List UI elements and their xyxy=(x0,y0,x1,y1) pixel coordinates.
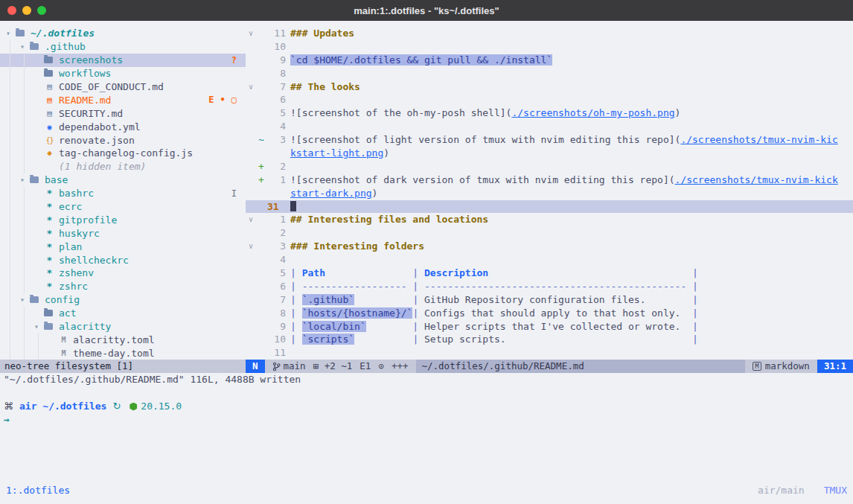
fold-marker xyxy=(246,147,256,160)
editor-line[interactable]: ~3![screenshot of light version of tmux … xyxy=(246,133,853,147)
tree-item[interactable]: ▾alacritty xyxy=(0,320,246,334)
line-number: 2 xyxy=(266,160,286,173)
tree-item[interactable]: Mtheme-day.toml xyxy=(0,346,246,360)
tree-item-label: bashrc xyxy=(59,188,94,199)
text-segment xyxy=(354,334,406,345)
tree-item[interactable]: *ecrc xyxy=(0,200,246,214)
tree-item[interactable]: *zshrc xyxy=(0,280,246,293)
editor-line[interactable]: start-dark.png) xyxy=(246,187,853,200)
editor-line[interactable]: 10| `scripts` | Setup scripts. | xyxy=(246,333,853,346)
tree-item[interactable]: workflows xyxy=(0,67,246,80)
tree-item[interactable]: (1 hidden item) xyxy=(0,160,246,173)
tree-item[interactable]: Malacritty.toml xyxy=(0,333,246,346)
indent-guide xyxy=(10,187,20,200)
editor-line[interactable]: +1![screenshot of dark version of tmux w… xyxy=(246,173,853,187)
editor-line[interactable]: 2 xyxy=(246,226,853,240)
minimize-button[interactable] xyxy=(22,6,31,15)
editor-line[interactable]: 4 xyxy=(246,120,853,133)
fold-marker xyxy=(246,54,256,67)
editor-line[interactable]: ∨7## The looks xyxy=(246,80,853,94)
editor-line[interactable]: +2 xyxy=(246,160,853,173)
text-segment: | xyxy=(290,294,302,305)
tree-item[interactable]: {}renovate.json xyxy=(0,133,246,147)
tmux-window-tab[interactable]: 1:.dotfiles xyxy=(6,485,70,496)
terminal-window: main:1:.dotfiles - "ks~/.dotfiles" ▾~/.d… xyxy=(0,0,853,504)
editor-line[interactable]: kstart-light.png) xyxy=(246,147,853,160)
tree-item[interactable]: act xyxy=(0,307,246,320)
tree-item-label: SECURITY.md xyxy=(59,108,123,119)
branch-icon xyxy=(272,362,281,371)
line-text: start-dark.png) xyxy=(290,187,377,200)
tree-item-label: gitprofile xyxy=(59,214,117,226)
tree-item[interactable]: *zshenv xyxy=(0,267,246,280)
editor-line[interactable]: 11 xyxy=(246,346,853,360)
editor-pane[interactable]: ∨11### Updates109`cd $HOME/.dotfiles && … xyxy=(246,21,853,360)
tree-item[interactable]: *shellcheckrc xyxy=(0,253,246,267)
tree-item[interactable]: *plan xyxy=(0,240,246,253)
text-segment: | xyxy=(686,267,698,278)
text-segment: ) xyxy=(675,107,681,118)
tree-item[interactable]: *huskyrc xyxy=(0,226,246,240)
editor-line[interactable]: ∨1## Interesting files and locations xyxy=(246,213,853,226)
line-text: | `scripts` | Setup scripts. | xyxy=(290,333,698,346)
md-active-icon: ▤ xyxy=(44,95,55,105)
expander-icon: ▾ xyxy=(20,42,30,51)
close-button[interactable] xyxy=(7,6,16,15)
editor-line[interactable]: ∨3### Interesting folders xyxy=(246,240,853,253)
editor-line[interactable]: 5![screenshot of the oh-my-posh shell](.… xyxy=(246,106,853,120)
tree-item-label: act xyxy=(59,307,76,319)
text-segment: | xyxy=(412,307,424,319)
tree-item[interactable]: ▾config xyxy=(0,293,246,307)
editor-line[interactable]: 5| Path | Description | xyxy=(246,267,853,280)
editor-line[interactable]: 7| `.github` | GitHub Repository configu… xyxy=(246,293,853,307)
tree-item[interactable]: ◉dependabot.yml xyxy=(0,120,246,133)
editor-line[interactable]: 6 xyxy=(246,93,853,106)
fold-marker xyxy=(246,200,256,214)
git-sign: ~ xyxy=(256,133,266,147)
text-segment: Path xyxy=(302,267,325,278)
indent-guide xyxy=(10,240,20,253)
text-segment: `.github` xyxy=(302,294,354,305)
tree-item[interactable]: ▤CODE_OF_CONDUCT.md xyxy=(0,80,246,94)
tree-item[interactable]: ▤README.mdE•▢ xyxy=(0,93,246,106)
line-number: 7 xyxy=(266,293,286,307)
indent-guide xyxy=(10,147,20,160)
tree-item[interactable]: *gitprofile xyxy=(0,213,246,226)
tree-item[interactable]: ▤SECURITY.md xyxy=(0,106,246,120)
text-segment xyxy=(645,294,686,305)
tree-item[interactable]: ▾.github xyxy=(0,40,246,54)
editor-line[interactable]: 10 xyxy=(246,40,853,54)
editor-line[interactable]: 4 xyxy=(246,253,853,267)
tree-item-label: alacritty.toml xyxy=(73,334,155,345)
tree-item[interactable]: screenshots? xyxy=(0,54,246,67)
shell-icon: * xyxy=(44,201,55,212)
indent-guide xyxy=(24,54,34,67)
editor-line[interactable]: 8 xyxy=(246,67,853,80)
text-segment: ## The looks xyxy=(290,81,360,92)
editor-line[interactable]: 9| `local/bin` | Helper scripts that I'v… xyxy=(246,320,853,334)
indent-guide xyxy=(24,187,34,200)
git-sign xyxy=(256,346,266,360)
editor-line[interactable]: 31 xyxy=(246,200,853,214)
zoom-button[interactable] xyxy=(37,6,46,15)
tree-item[interactable]: ▾~/.dotfiles xyxy=(0,27,246,40)
tree-item[interactable]: *bashrcI xyxy=(0,187,246,200)
shell-icon: * xyxy=(44,214,55,226)
git-sign xyxy=(256,54,266,67)
editor-line[interactable]: ∨11### Updates xyxy=(246,27,853,40)
shell-pane[interactable]: ⌘ air ~/.dotfiles ↻ 20.15.0 → xyxy=(0,386,853,427)
tree-item-label: dependabot.yml xyxy=(59,121,141,133)
toml-icon: M xyxy=(58,349,69,357)
editor-line[interactable]: 8| `hosts/{hostname}/`| Configs that sho… xyxy=(246,307,853,320)
expander-icon: ▾ xyxy=(20,296,30,304)
text-segment: ) xyxy=(372,188,378,199)
shell-prompt[interactable]: ⌘ air ~/.dotfiles ↻ 20.15.0 xyxy=(0,400,853,413)
editor-line[interactable]: 9`cd $HOME/.dotfiles && git pull && ./in… xyxy=(246,54,853,67)
fold-marker: ∨ xyxy=(246,213,256,226)
editor-line[interactable]: 6| ------------------ | ----------------… xyxy=(246,280,853,293)
tree-item[interactable]: ◆tag-changelog-config.js xyxy=(0,147,246,160)
line-number: 3 xyxy=(266,133,286,147)
tree-item[interactable]: ▾base xyxy=(0,173,246,187)
text-segment: ./screenshots/tmux-nvim-kic xyxy=(680,134,837,145)
indent-guide xyxy=(10,173,20,187)
